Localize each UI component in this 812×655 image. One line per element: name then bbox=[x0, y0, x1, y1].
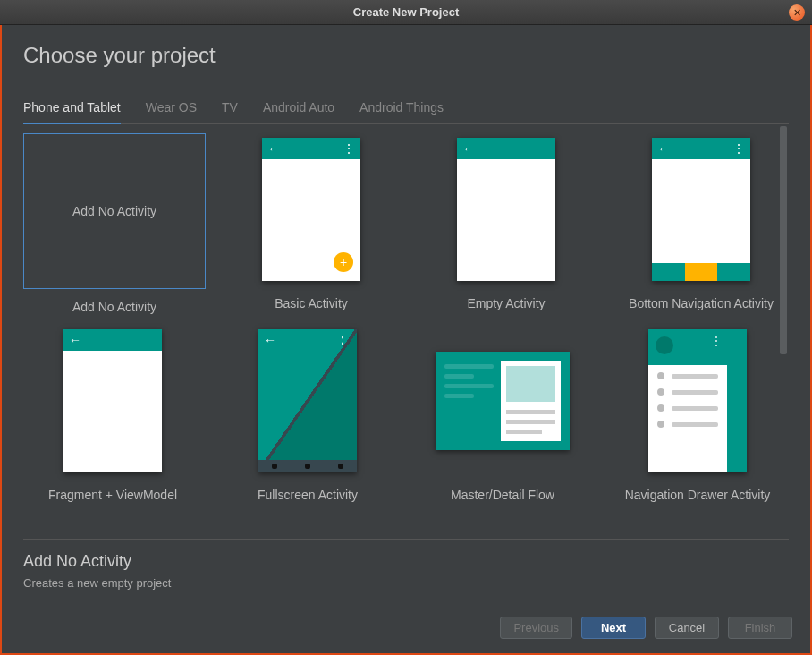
window-title: Create New Project bbox=[353, 5, 460, 19]
selection-description: Creates a new empty project bbox=[23, 576, 789, 590]
template-thumb: ← ⋮ + bbox=[222, 133, 401, 285]
close-icon[interactable]: ✕ bbox=[789, 4, 805, 21]
template-label: Fullscreen Activity bbox=[258, 488, 358, 502]
next-button[interactable]: Next bbox=[581, 617, 646, 639]
template-thumb: ⋮ bbox=[608, 325, 778, 477]
page-heading: Choose your project bbox=[23, 43, 789, 68]
previous-button[interactable]: Previous bbox=[500, 617, 572, 639]
template-thumb: ← bbox=[23, 325, 202, 477]
template-label: Bottom Navigation Activity bbox=[629, 296, 774, 310]
overflow-icon: ⋮ bbox=[343, 145, 355, 152]
tab-wear-os[interactable]: Wear OS bbox=[146, 95, 197, 123]
overflow-icon: ⋮ bbox=[732, 145, 745, 152]
template-label: Master/Detail Flow bbox=[451, 488, 554, 502]
tab-bar: Phone and Tablet Wear OS TV Android Auto… bbox=[23, 95, 789, 124]
template-add-no-activity[interactable]: Add No Activity Add No Activity bbox=[23, 133, 206, 314]
back-arrow-icon: ← bbox=[657, 141, 670, 156]
bottom-nav-icon bbox=[652, 263, 750, 281]
template-navigation-drawer[interactable]: ⋮ bbox=[608, 325, 778, 502]
template-bottom-navigation[interactable]: ← ⋮ Bottom Navigation Activity bbox=[612, 133, 778, 314]
template-fullscreen[interactable]: ← ⛶ Fullscreen Activity bbox=[218, 325, 397, 502]
tab-android-things[interactable]: Android Things bbox=[359, 95, 444, 123]
scrollbar-thumb[interactable] bbox=[780, 126, 787, 354]
template-label: Navigation Drawer Activity bbox=[625, 488, 771, 502]
avatar-icon bbox=[656, 336, 673, 354]
cancel-button[interactable]: Cancel bbox=[655, 617, 719, 639]
template-thumb: ← ⛶ bbox=[218, 325, 397, 477]
template-label: Add No Activity bbox=[72, 300, 156, 314]
template-thumb: Add No Activity bbox=[23, 133, 206, 289]
selection-info: Add No Activity Creates a new empty proj… bbox=[23, 540, 789, 606]
back-arrow-icon: ← bbox=[267, 141, 280, 156]
template-fragment-viewmodel[interactable]: ← Fragment + ViewModel bbox=[23, 325, 202, 502]
tab-tv[interactable]: TV bbox=[222, 95, 238, 123]
back-arrow-icon: ← bbox=[69, 333, 81, 347]
template-empty-activity[interactable]: ← Empty Activity bbox=[417, 133, 596, 314]
window-body: Choose your project Phone and Tablet Wea… bbox=[0, 25, 812, 655]
back-arrow-icon: ← bbox=[462, 141, 475, 156]
overflow-icon: ⋮ bbox=[711, 335, 722, 347]
titlebar: Create New Project ✕ bbox=[0, 0, 812, 25]
template-master-detail[interactable]: Master/Detail Flow bbox=[413, 325, 592, 502]
template-thumb: ← ⋮ bbox=[612, 133, 778, 285]
footer: Previous Next Cancel Finish bbox=[2, 606, 810, 653]
template-thumb: ← bbox=[417, 133, 596, 285]
template-thumb-text: Add No Activity bbox=[72, 204, 156, 218]
system-navbar-icon bbox=[258, 460, 357, 472]
selection-title: Add No Activity bbox=[23, 552, 789, 571]
finish-button[interactable]: Finish bbox=[728, 617, 792, 639]
fab-icon: + bbox=[334, 252, 353, 272]
template-gallery: Add No Activity Add No Activity ← ⋮ bbox=[23, 124, 778, 539]
template-label: Basic Activity bbox=[275, 296, 348, 310]
template-basic-activity[interactable]: ← ⋮ + Basic Activity bbox=[222, 133, 401, 314]
tab-android-auto[interactable]: Android Auto bbox=[263, 95, 334, 123]
tab-phone-tablet[interactable]: Phone and Tablet bbox=[23, 95, 121, 123]
template-thumb bbox=[413, 325, 592, 477]
template-label: Fragment + ViewModel bbox=[48, 488, 177, 502]
template-label: Empty Activity bbox=[467, 296, 545, 310]
gallery-scrollbar[interactable] bbox=[778, 124, 789, 539]
